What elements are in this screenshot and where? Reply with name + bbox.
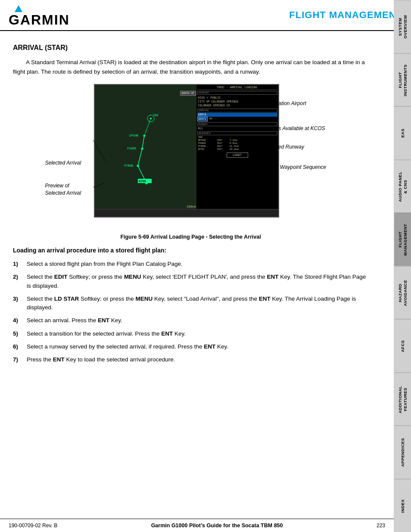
step-7: 7) Press the ENT Key to load the selecte…: [13, 355, 368, 364]
airport-type: PUBLIC: [211, 96, 221, 100]
footer-right: 223: [377, 523, 385, 529]
arrival-selected-row: DDRYA: [197, 113, 277, 117]
airport-id: KCOS: [198, 96, 205, 100]
airport-label: AIRPORT: [197, 91, 277, 95]
seq-name-pynon: PYNON: [198, 145, 215, 148]
cockpit-screen: GS 166kt DTK 287° TRK 331° ETE 23:32 NOR…: [94, 84, 279, 218]
svg-text:KCOS: KCOS: [139, 180, 146, 183]
step-3-text: Select the LD STAR Softkey; or press the…: [27, 295, 368, 312]
step-1-num: 1): [13, 260, 22, 268]
step-4-num: 4): [13, 316, 22, 325]
seq-name-tbe: TBE: [198, 136, 203, 139]
step-6-num: 6): [13, 342, 22, 351]
callout-selected-arrival: Selected Arrival: [45, 160, 81, 166]
step-6: 6) Select a runway served by the selecte…: [13, 342, 368, 351]
seq-hdg-opshn: 309°: [217, 139, 228, 142]
sidebar-tab-index[interactable]: INDEX: [394, 479, 411, 532]
arrival-transition-row: DDRYI: [197, 117, 208, 121]
sidebar-tab-flight-management[interactable]: FLIGHTMANAGEMENT: [394, 213, 411, 266]
page-footer: 190-00709-02 Rev. B Garmin G1000 Pilot’s…: [0, 519, 394, 532]
svg-point-14: [150, 118, 152, 119]
seq-row-opshn: OPSHN 309° 7.3nm: [197, 139, 277, 142]
seq-name-fsher: FSHER: [198, 142, 215, 145]
garmin-wordmark: GARMIN: [9, 13, 70, 27]
callout-arrival-waypoint-sequence: Arrival Waypoint Sequence: [264, 164, 327, 170]
callout-destination-airport: Destination Airport: [264, 100, 306, 106]
load-button[interactable]: LOAD?: [227, 152, 248, 158]
svg-point-10: [141, 148, 143, 150]
step-4-text: Select an arrival. Press the ENT Key.: [27, 316, 368, 325]
sub-heading: Loading an arrival procedure into a stor…: [13, 247, 368, 254]
svg-text:TBE: TBE: [153, 114, 159, 117]
step-7-text: Press the ENT Key to load the selected a…: [27, 355, 368, 364]
svg-line-2: [142, 136, 144, 149]
svg-text:OPSHN: OPSHN: [129, 134, 138, 137]
svg-text:PYNON: PYNON: [124, 164, 133, 168]
step-3-num: 3): [13, 295, 22, 303]
sidebar-tab-hazard-avoidance[interactable]: HAZARDAVOIDANCE: [394, 266, 411, 320]
sidebar-tab-appendices[interactable]: APPENDICES: [394, 426, 411, 479]
step-6-text: Select a runway served by the selected a…: [27, 342, 368, 351]
seq-name-kcos: KCOS: [198, 148, 215, 151]
step-1: 1) Select a stored flight plan from the …: [13, 260, 368, 268]
intro-paragraph: A Standard Terminal Arrival (STAR) is lo…: [13, 58, 368, 76]
step-3: 3) Select the LD STAR Softkey; or press …: [13, 295, 368, 312]
sidebar-tab-audio-panel[interactable]: AUDIO PANEL& CNS: [394, 160, 411, 213]
arrival-transition2-row: DN...: [209, 117, 218, 121]
svg-text:FSHER: FSHER: [127, 147, 137, 150]
cockpit-bottom-bar: [95, 209, 278, 217]
right-sidebar: SYSTEMOVERVIEW FLIGHTINSTRUMENTS EAS AUD…: [394, 0, 411, 532]
step-4: 4) Select an arrival. Press the ENT Key.: [13, 316, 368, 325]
garmin-logo: GARMIN: [9, 5, 70, 27]
sidebar-tab-flight-instruments[interactable]: FLIGHTINSTRUMENTS: [394, 53, 411, 107]
step-2-num: 2): [13, 273, 22, 281]
step-7-num: 7): [13, 355, 22, 364]
sidebar-tab-additional-features[interactable]: ADDITIONALFEATURES: [394, 373, 411, 426]
callout-arrivals-available: Arrivals Available at KCOS: [264, 125, 325, 131]
main-content: ARRIVAL (STAR) A Standard Terminal Arriv…: [0, 31, 392, 377]
map-svg: KCOS PYNON FSHER OPSHN: [95, 93, 198, 209]
seq-hdg-pynon: 352°: [217, 145, 228, 148]
figure-caption-text: Figure 5-69 Arrival Loading Page - Selec…: [120, 234, 261, 240]
callout-selected-runway: Selected Runway: [264, 144, 304, 150]
page-title: FLIGHT MANAGEMENT: [289, 5, 402, 21]
step-5-text: Select a transition for the selected arr…: [27, 330, 368, 338]
steps-list: 1) Select a stored flight plan from the …: [13, 260, 368, 364]
svg-line-1: [138, 149, 142, 166]
figure-container: GS 166kt DTK 287° TRK 331° ETE 23:32 NOR…: [44, 84, 337, 240]
seq-name-opshn: OPSHN: [198, 139, 215, 142]
seq-dist-opshn: 7.3nm: [230, 139, 237, 142]
garmin-triangle-icon: [15, 5, 22, 12]
airport-icon: ✈: [206, 96, 211, 100]
footer-center: Garmin G1000 Pilot’s Guide for the Socat…: [151, 523, 283, 529]
step-5: 5) Select a transition for the selected …: [13, 330, 368, 338]
step-2-text: Select the EDIT Softkey; or press the ME…: [27, 273, 368, 290]
arrival-label: ARRIVAL: [197, 109, 277, 112]
seq-dist-fsher: 9.8nm: [230, 142, 237, 145]
svg-line-3: [144, 118, 151, 136]
map-scale: 200nm: [187, 205, 196, 208]
sidebar-tab-system-overview[interactable]: SYSTEMOVERVIEW: [394, 0, 411, 53]
svg-point-8: [137, 165, 139, 167]
svg-point-6: [145, 182, 148, 184]
seq-hdg-fsher: 352°: [217, 142, 228, 145]
seq-row-tbe: TBE: [197, 136, 277, 139]
sidebar-tab-eas[interactable]: EAS: [394, 106, 411, 160]
figure-caption: Figure 5-69 Arrival Loading Page - Selec…: [44, 234, 337, 240]
section-heading: ARRIVAL (STAR): [13, 44, 368, 52]
airport-id-row: KCOS ✈ PUBLIC: [197, 95, 277, 100]
footer-left: 190-00709-02 Rev. B: [9, 523, 57, 529]
sequence-label: SEQUENCE: [197, 131, 277, 135]
step-1-text: Select a stored flight plan from the Fli…: [27, 260, 368, 268]
sidebar-tab-afcs[interactable]: AFCS: [394, 319, 411, 373]
step-5-num: 5): [13, 330, 22, 338]
seq-dist-kcos: 18.0nm: [230, 148, 239, 151]
seq-dist-pynon: 11.9nm: [230, 145, 239, 148]
step-2: 2) Select the EDIT Softkey; or press the…: [13, 273, 368, 290]
seq-hdg-kcos: 342°: [217, 148, 228, 151]
page-header: GARMIN FLIGHT MANAGEMENT: [0, 0, 411, 31]
proc-title: PROC - ARRIVAL LOADING: [197, 86, 277, 90]
map-area: NORTH UP KCOS PYNON: [95, 85, 198, 210]
callout-preview-selected-arrival: Preview ofSelected Arrival: [45, 182, 81, 197]
arrival-section: ARRIVAL DDRYA DDRYI DN...: [197, 109, 277, 121]
